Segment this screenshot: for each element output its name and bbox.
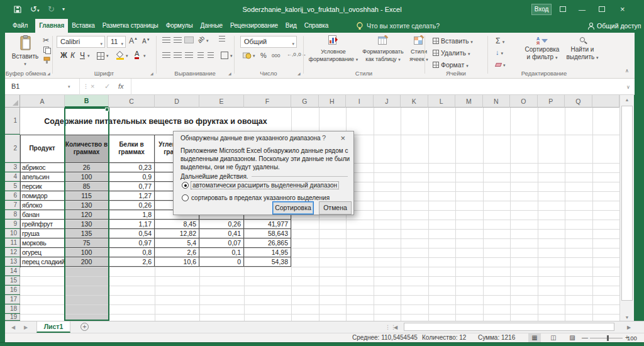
- cell-A4[interactable]: апельсин: [20, 172, 65, 182]
- hscroll-left-icon[interactable]: ◀: [394, 325, 397, 330]
- view-pagebreak-icon[interactable]: ▨: [566, 333, 579, 342]
- column-header-N[interactable]: N: [483, 95, 511, 108]
- cell-E13[interactable]: 0: [199, 257, 244, 267]
- cell-F11[interactable]: 26,865: [244, 238, 291, 248]
- selection-fill-handle[interactable]: [105, 108, 109, 111]
- row-header-1[interactable]: 1: [5, 108, 20, 134]
- sheet-next-icon[interactable]: ▶: [24, 325, 28, 330]
- column-header-K[interactable]: K: [401, 95, 428, 108]
- sort-button[interactable]: Сортировка: [272, 201, 314, 215]
- hscroll-right-icon[interactable]: ▶: [627, 325, 631, 330]
- row-header-12[interactable]: 12: [5, 248, 20, 257]
- cell-A3[interactable]: абрикос: [20, 163, 65, 172]
- hscroll-track[interactable]: [401, 323, 625, 332]
- cell-D13[interactable]: 10,6: [155, 257, 199, 267]
- row-header-3[interactable]: 3: [5, 163, 20, 172]
- cell-E10[interactable]: 0,41: [199, 229, 244, 238]
- cell-C3[interactable]: 0,23: [109, 163, 155, 172]
- column-header-G[interactable]: G: [291, 95, 319, 108]
- dialog-help-icon[interactable]: ?: [322, 134, 326, 142]
- cell-E9[interactable]: 0,26: [199, 220, 244, 229]
- column-header-extra[interactable]: [592, 95, 620, 108]
- cell-C7[interactable]: 0,26: [109, 201, 155, 210]
- cell-C6[interactable]: 1,27: [109, 191, 155, 201]
- cell-D11[interactable]: 5,4: [155, 238, 199, 248]
- column-header-P[interactable]: P: [538, 95, 565, 108]
- row-header-13[interactable]: 13: [5, 257, 20, 266]
- zoom-out-icon[interactable]: —: [582, 334, 588, 341]
- cell-E11[interactable]: 0,07: [199, 238, 244, 248]
- radio-continue-selection[interactable]: сортировать в пределах указанного выделе…: [182, 194, 330, 201]
- column-header-L[interactable]: L: [428, 95, 456, 108]
- row-header-9[interactable]: 9: [5, 220, 20, 228]
- column-header-D[interactable]: D: [155, 95, 199, 108]
- row-header-5[interactable]: 5: [5, 182, 20, 191]
- cell-D10[interactable]: 12,82: [155, 229, 199, 238]
- cell-C5[interactable]: 0,77: [109, 182, 155, 191]
- row-header-6[interactable]: 6: [5, 191, 20, 200]
- cell-A8[interactable]: банан: [20, 210, 65, 220]
- column-header-F[interactable]: F: [244, 95, 291, 108]
- row-header-18[interactable]: 18: [5, 304, 20, 313]
- cell-F10[interactable]: 58,643: [244, 229, 291, 238]
- cell-C11[interactable]: 0,97: [109, 238, 155, 248]
- column-header-M[interactable]: M: [455, 95, 483, 108]
- cell-A11[interactable]: морковь: [20, 238, 65, 248]
- cell-A6[interactable]: помидор: [20, 191, 65, 201]
- row-header-4[interactable]: 4: [5, 172, 20, 181]
- cell-A12[interactable]: огурец: [20, 248, 65, 257]
- column-header-E[interactable]: E: [199, 95, 244, 108]
- header-cell-C2[interactable]: Белки в граммах: [109, 135, 155, 163]
- cell-C13[interactable]: 2,6: [109, 257, 155, 267]
- column-header-O[interactable]: O: [510, 95, 538, 108]
- row-header-7[interactable]: 7: [5, 201, 20, 209]
- row-header-10[interactable]: 10: [5, 229, 20, 238]
- vscroll-thumb[interactable]: [621, 106, 633, 301]
- cell-F12[interactable]: 14,95: [244, 248, 291, 257]
- cell-A13[interactable]: перец сладкий: [20, 257, 65, 267]
- cell-A5[interactable]: персик: [20, 182, 65, 191]
- zoom-slider-thumb[interactable]: [607, 335, 609, 341]
- row-header-17[interactable]: 17: [5, 295, 20, 304]
- cell-C10[interactable]: 0,54: [109, 229, 155, 238]
- cell-D9[interactable]: 8,45: [155, 220, 199, 229]
- cell-F13[interactable]: 54,38: [244, 257, 291, 267]
- sheet-tab[interactable]: Лист1: [36, 321, 70, 333]
- cell-E12[interactable]: 0,1: [199, 248, 244, 257]
- vertical-scrollbar[interactable]: ▲▼: [619, 95, 634, 321]
- view-normal-icon[interactable]: ▦: [528, 333, 541, 342]
- row-header-8[interactable]: 8: [5, 210, 20, 219]
- cell-A7[interactable]: яблоко: [20, 201, 65, 210]
- cell-F9[interactable]: 41,977: [244, 220, 291, 229]
- zoom-slider-track[interactable]: [590, 338, 623, 338]
- radio-expand-selection[interactable]: автоматически расширить выделенный диапа…: [182, 182, 338, 189]
- column-header-B[interactable]: B: [65, 95, 109, 108]
- hscroll-thumb[interactable]: [404, 323, 614, 331]
- column-header-C[interactable]: C: [109, 95, 155, 108]
- cell-A9[interactable]: грейпфрут: [20, 220, 65, 229]
- column-header-I[interactable]: I: [346, 95, 374, 108]
- column-header-H[interactable]: H: [319, 95, 347, 108]
- cell-A10[interactable]: груша: [20, 229, 65, 238]
- cell-D12[interactable]: 2,6: [155, 248, 199, 257]
- cell-C9[interactable]: 1,17: [109, 220, 155, 229]
- view-layout-icon[interactable]: ◫: [547, 333, 560, 342]
- cancel-button[interactable]: Отмена: [319, 201, 352, 215]
- row-header-16[interactable]: 16: [5, 286, 20, 294]
- vscroll-up-icon[interactable]: ▲: [620, 95, 634, 105]
- cell-C4[interactable]: 0,9: [109, 172, 155, 182]
- cell-C8[interactable]: 1,8: [109, 210, 155, 220]
- radio-unselected-icon[interactable]: [182, 194, 189, 201]
- column-header-J[interactable]: J: [374, 95, 401, 108]
- select-all-corner[interactable]: [5, 95, 20, 108]
- radio-selected-icon[interactable]: [182, 182, 189, 189]
- column-header-Q[interactable]: Q: [565, 95, 592, 108]
- row-header-2[interactable]: 2: [5, 135, 20, 162]
- row-header-14[interactable]: 14: [5, 267, 20, 276]
- vscroll-down-icon[interactable]: ▼: [620, 315, 634, 320]
- row-header-19[interactable]: 19: [5, 314, 20, 320]
- header-cell-A2[interactable]: Продукт: [20, 135, 65, 163]
- column-header-A[interactable]: A: [20, 95, 65, 108]
- sheet-prev-icon[interactable]: ◀: [11, 325, 15, 330]
- new-sheet-icon[interactable]: +: [80, 323, 89, 331]
